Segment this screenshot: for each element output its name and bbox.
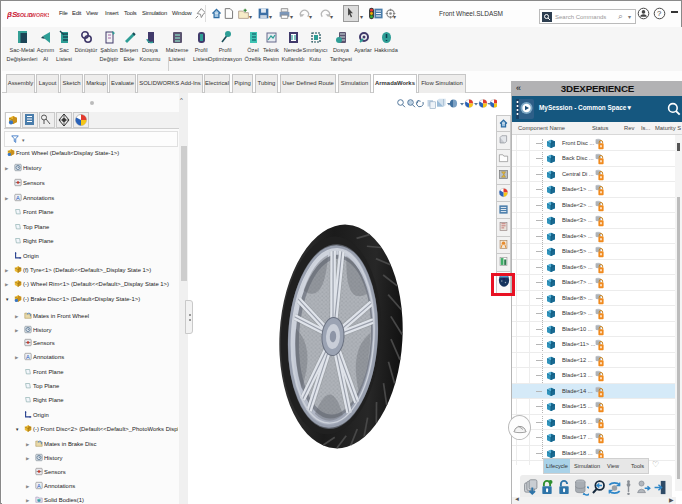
svg-text:SOLID: SOLID [17, 12, 33, 18]
svg-text:WORKS: WORKS [31, 12, 49, 18]
svg-text:?: ? [657, 9, 661, 18]
